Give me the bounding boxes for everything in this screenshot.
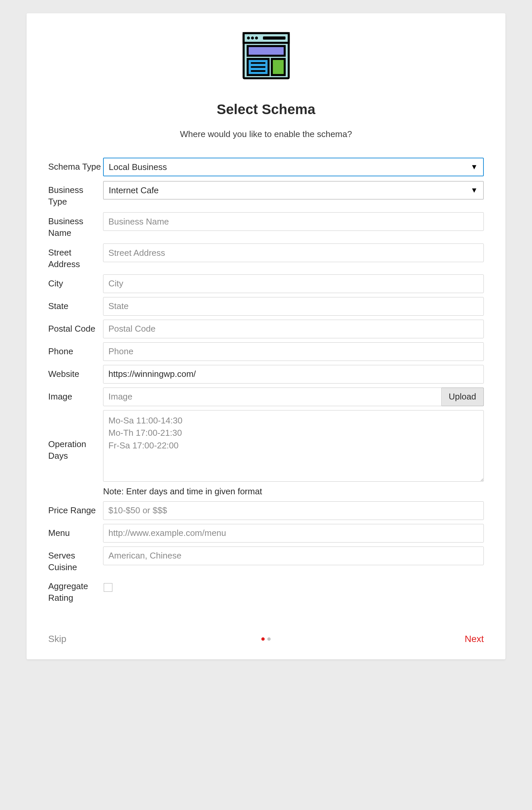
postal-code-input[interactable]	[103, 320, 484, 338]
svg-point-4	[255, 37, 258, 39]
menu-label: Menu	[48, 524, 103, 539]
svg-rect-11	[272, 59, 285, 75]
skip-button[interactable]: Skip	[48, 634, 66, 644]
business-type-label: Business Type	[48, 181, 103, 208]
city-input[interactable]	[103, 274, 484, 293]
svg-point-2	[247, 37, 250, 39]
serves-cuisine-input[interactable]	[103, 547, 484, 565]
page-subtitle: Where would you like to enable the schem…	[48, 129, 484, 140]
city-label: City	[48, 274, 103, 289]
serves-cuisine-label: Serves Cuisine	[48, 547, 103, 573]
website-label: Website	[48, 365, 103, 380]
wizard-card: Select Schema Where would you like to en…	[27, 13, 505, 659]
street-address-label: Street Address	[48, 243, 103, 270]
menu-input[interactable]	[103, 524, 484, 542]
phone-input[interactable]	[103, 342, 484, 361]
aggregate-rating-checkbox[interactable]	[104, 583, 112, 592]
business-name-input[interactable]	[103, 212, 484, 231]
aggregate-rating-label: Aggregate Rating	[48, 577, 103, 604]
state-label: State	[48, 297, 103, 312]
price-range-label: Price Range	[48, 501, 103, 516]
pagination-dots	[261, 637, 271, 641]
business-name-label: Business Name	[48, 212, 103, 239]
webpage-icon	[240, 30, 292, 81]
street-address-input[interactable]	[103, 243, 484, 262]
operation-days-note: Note: Enter days and time in given forma…	[103, 486, 484, 497]
image-input[interactable]	[103, 388, 442, 406]
phone-label: Phone	[48, 342, 103, 357]
next-button[interactable]: Next	[465, 634, 484, 644]
svg-rect-5	[263, 36, 285, 39]
operation-days-textarea[interactable]	[103, 410, 484, 482]
pagination-dot-active	[261, 637, 265, 641]
website-input[interactable]	[103, 365, 484, 384]
operation-days-label: Operation Days	[48, 410, 103, 462]
image-label: Image	[48, 388, 103, 403]
upload-button[interactable]: Upload	[442, 388, 484, 406]
business-type-select[interactable]: Internet Cafe	[103, 181, 484, 199]
postal-code-label: Postal Code	[48, 320, 103, 335]
pagination-dot	[267, 637, 271, 641]
page-title: Select Schema	[48, 101, 484, 117]
schema-type-label: Schema Type	[48, 158, 103, 173]
state-input[interactable]	[103, 297, 484, 316]
svg-rect-6	[247, 46, 284, 55]
schema-type-select[interactable]: Local Business	[103, 158, 484, 176]
svg-point-3	[251, 37, 254, 39]
price-range-input[interactable]	[103, 501, 484, 520]
header-icon	[48, 30, 484, 81]
